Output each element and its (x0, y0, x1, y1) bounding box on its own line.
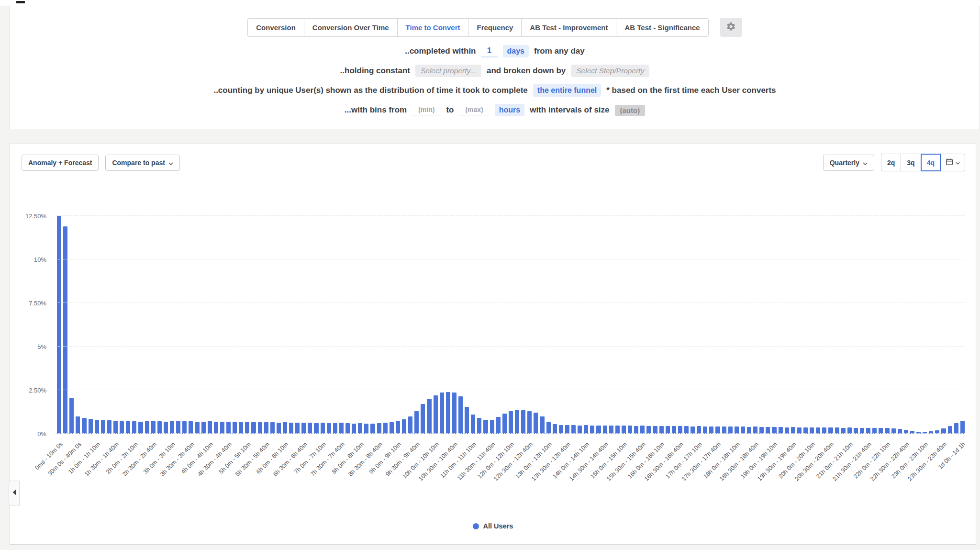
bar-59[interactable] (427, 399, 431, 434)
interval-dropdown[interactable]: Quarterly (823, 155, 874, 171)
bar-33[interactable] (264, 422, 268, 434)
bar-47[interactable] (352, 424, 356, 434)
bar-80[interactable] (559, 425, 563, 434)
bar-36[interactable] (283, 422, 287, 434)
bar-17[interactable] (164, 422, 168, 434)
bar-32[interactable] (258, 422, 262, 434)
bar-103[interactable] (703, 427, 707, 434)
bar-7[interactable] (101, 420, 105, 434)
bar-11[interactable] (126, 421, 130, 434)
bar-61[interactable] (440, 393, 444, 434)
chart-settings-button[interactable] (720, 18, 742, 37)
bar-87[interactable] (603, 426, 607, 434)
bar-56[interactable] (408, 416, 412, 434)
bar-107[interactable] (728, 427, 733, 434)
bar-52[interactable] (383, 423, 388, 434)
bar-74[interactable] (521, 410, 525, 434)
bar-117[interactable] (791, 427, 795, 434)
bar-96[interactable] (659, 426, 664, 434)
bar-55[interactable] (402, 419, 406, 434)
bar-41[interactable] (314, 423, 318, 434)
bar-62[interactable] (446, 392, 450, 434)
bar-2[interactable] (69, 398, 74, 434)
bar-57[interactable] (414, 411, 419, 434)
bar-70[interactable] (496, 417, 501, 434)
conversion-window-unit-select[interactable]: days (503, 45, 529, 57)
tab-ab-test-significance[interactable]: AB Test - Significance (616, 18, 708, 37)
bar-1[interactable] (63, 226, 67, 434)
bar-5[interactable] (89, 419, 93, 434)
bar-40[interactable] (308, 423, 312, 434)
bar-112[interactable] (759, 427, 764, 434)
bar-0[interactable] (57, 216, 61, 434)
bar-73[interactable] (515, 410, 519, 434)
bar-116[interactable] (785, 427, 789, 434)
bar-38[interactable] (295, 423, 300, 434)
bin-unit-select[interactable]: hours (495, 104, 524, 116)
bar-58[interactable] (421, 404, 425, 434)
bar-111[interactable] (753, 427, 757, 434)
bar-50[interactable] (370, 424, 375, 434)
bar-105[interactable] (715, 427, 720, 434)
bar-68[interactable] (483, 420, 488, 434)
bar-15[interactable] (151, 421, 156, 434)
bar-75[interactable] (527, 411, 532, 434)
bar-22[interactable] (195, 422, 199, 434)
bar-76[interactable] (534, 413, 538, 434)
bar-45[interactable] (339, 423, 344, 434)
bar-86[interactable] (596, 426, 601, 434)
bar-54[interactable] (396, 421, 400, 434)
bar-13[interactable] (138, 422, 143, 434)
bar-120[interactable] (810, 427, 814, 434)
bar-100[interactable] (684, 426, 689, 434)
bar-97[interactable] (666, 426, 670, 434)
bar-143[interactable] (954, 423, 958, 434)
bar-64[interactable] (458, 396, 463, 434)
bin-max-input[interactable]: (max) (459, 105, 489, 115)
bar-92[interactable] (634, 426, 638, 434)
bar-115[interactable] (779, 427, 783, 434)
bar-10[interactable] (120, 421, 124, 434)
bar-89[interactable] (615, 426, 620, 434)
bar-43[interactable] (327, 423, 331, 434)
bar-48[interactable] (358, 423, 362, 434)
bar-67[interactable] (477, 418, 481, 434)
bar-142[interactable] (948, 426, 952, 434)
tab-conversion[interactable]: Conversion (247, 18, 304, 37)
bar-77[interactable] (540, 416, 544, 434)
range-button-4q[interactable]: 4q (921, 154, 941, 171)
bar-71[interactable] (502, 414, 507, 434)
bar-78[interactable] (546, 422, 551, 434)
collapse-sidebar-handle[interactable] (9, 481, 20, 505)
compare-to-past-button[interactable]: Compare to past (105, 155, 179, 171)
bin-size-auto-select[interactable]: (auto) (615, 105, 646, 116)
range-button-3q[interactable]: 3q (901, 154, 921, 171)
bar-84[interactable] (584, 425, 588, 434)
anomaly-forecast-button[interactable]: Anomaly + Forecast (22, 155, 99, 171)
bar-53[interactable] (390, 422, 394, 434)
bar-42[interactable] (321, 423, 325, 434)
bar-6[interactable] (95, 420, 99, 434)
bar-9[interactable] (113, 421, 118, 434)
conversion-window-value-input[interactable]: 1 (481, 45, 498, 57)
tab-ab-test-improvement[interactable]: AB Test - Improvement (521, 18, 616, 37)
bar-91[interactable] (628, 426, 632, 434)
bar-101[interactable] (690, 427, 695, 434)
bar-93[interactable] (640, 426, 645, 434)
bar-108[interactable] (735, 427, 739, 434)
bar-51[interactable] (377, 423, 381, 434)
bar-66[interactable] (471, 415, 475, 434)
bar-85[interactable] (590, 426, 594, 434)
bar-95[interactable] (653, 426, 657, 434)
bar-144[interactable] (960, 421, 965, 434)
bar-29[interactable] (239, 422, 243, 434)
bar-98[interactable] (672, 426, 676, 434)
bar-3[interactable] (76, 416, 80, 434)
bar-60[interactable] (434, 395, 438, 434)
bar-4[interactable] (82, 418, 86, 434)
bar-26[interactable] (220, 422, 224, 434)
bar-81[interactable] (565, 425, 569, 434)
bar-23[interactable] (201, 422, 206, 434)
bar-31[interactable] (251, 422, 256, 434)
bar-27[interactable] (226, 422, 231, 434)
